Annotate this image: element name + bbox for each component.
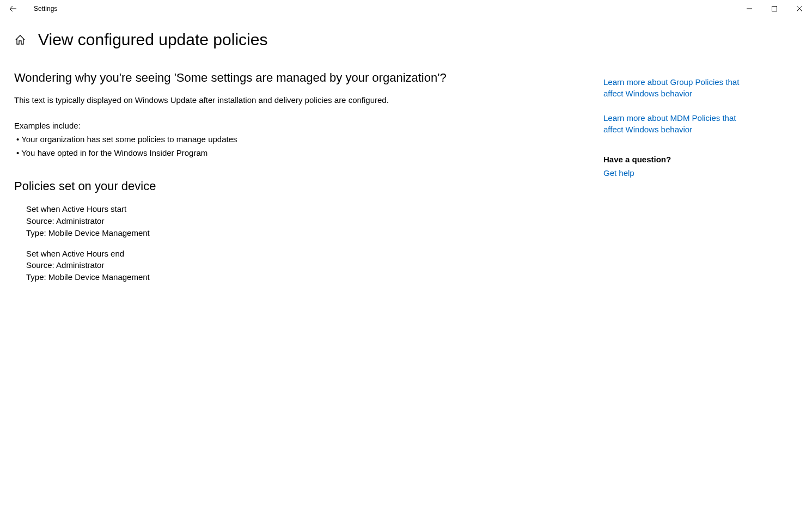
sidebar: Learn more about Group Policies that aff… [586,71,755,292]
link-mdm-policies[interactable]: Learn more about MDM Policies that affec… [603,112,755,135]
maximize-button[interactable] [762,0,787,17]
minimize-button[interactable] [737,0,762,17]
section-heading-policies: Policies set on your device [14,179,586,193]
example-item: • You have opted in for the Windows Insi… [14,148,586,157]
policy-type: Type: Mobile Device Management [26,271,586,283]
body-text-explanation: This text is typically displayed on Wind… [14,95,586,106]
back-button[interactable] [8,3,19,14]
main-content: Wondering why you're seeing 'Some settin… [14,71,586,292]
title-bar: Settings [0,0,812,17]
example-item: • Your organization has set some policie… [14,135,586,144]
policy-block: Set when Active Hours start Source: Admi… [26,203,586,239]
content-wrapper: Wondering why you're seeing 'Some settin… [0,59,812,292]
minimize-icon [747,6,752,11]
title-bar-left: Settings [0,3,57,14]
policy-name: Set when Active Hours end [26,248,586,260]
policy-block: Set when Active Hours end Source: Admini… [26,248,586,283]
window-controls [737,0,812,17]
policy-name: Set when Active Hours start [26,203,586,215]
page-title: View configured update policies [38,31,267,49]
section-heading-why: Wondering why you're seeing 'Some settin… [14,71,586,85]
policy-source: Source: Administrator [26,215,586,227]
header: View configured update policies [0,17,812,59]
policy-source: Source: Administrator [26,259,586,271]
close-icon [797,6,802,11]
maximize-icon [772,6,777,11]
policy-type: Type: Mobile Device Management [26,227,586,239]
question-heading: Have a question? [603,155,755,164]
examples-label: Examples include: [14,121,586,130]
back-arrow-icon [9,4,17,13]
link-get-help[interactable]: Get help [603,168,634,178]
svg-rect-1 [772,7,777,11]
home-button[interactable] [14,34,26,46]
close-button[interactable] [787,0,812,17]
link-group-policies[interactable]: Learn more about Group Policies that aff… [603,76,755,99]
home-icon [14,34,26,46]
window-title: Settings [28,5,57,13]
